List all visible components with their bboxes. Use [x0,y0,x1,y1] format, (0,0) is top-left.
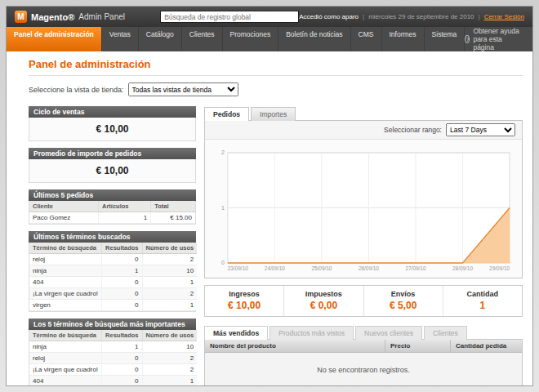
last-orders-panel: Últimos 5 pedidos Cliente Artículos Tota… [29,189,196,225]
column-header: Total [151,201,195,212]
total-value: € 0,00 [284,300,363,311]
grid-header-row: Nombre del producto Precio Cantidad pedi… [205,340,522,353]
lifetime-sales-panel: Ciclo de ventas € 10,00 [29,106,196,141]
tab-amounts[interactable]: Importes [251,107,296,121]
table-row: ninja 1 10 [29,341,197,353]
panel-title: Últimos 5 pedidos [29,189,196,201]
total-tax: Impuestos € 0,00 [283,286,363,316]
svg-text:23/09/10: 23/09/10 [228,265,248,271]
svg-text:1: 1 [221,205,225,211]
user-info: Accedió como aparo | miércoles 29 de sep… [299,13,524,20]
search-term[interactable]: ninja [29,265,102,277]
nav-item-catalog[interactable]: Catálogo [139,27,182,51]
range-select[interactable]: Last 7 Days [446,123,515,136]
last-search-terms-table: Término de búsqueda Resultados Número de… [29,243,196,312]
column-header: Artículos [99,201,151,212]
nav-item-customers[interactable]: Clientes [182,27,223,51]
last-orders-table: Cliente Artículos Total Paco Gomez 1 [29,201,196,225]
page-title: Panel de administración [29,58,523,70]
svg-text:2: 2 [221,149,225,155]
total-quantity: Cantidad 1 [443,286,522,316]
table-header-row: Cliente Artículos Total [29,201,195,212]
global-search-input[interactable] [160,11,299,23]
logout-link[interactable]: Cerrar Sesión [484,13,524,20]
top-search-terms-table: Término de búsqueda Resultados Número de… [29,330,196,385]
column-header-price: Precio [385,340,450,352]
tab-most-viewed[interactable]: Productos más vistos [270,326,354,340]
results-cell: 0 [102,254,142,265]
totals-bar: Ingresos € 10,00 Impuestos € 0,00 Envíos… [204,285,523,317]
table-row[interactable]: Paco Gomez 1 € 15.00 [29,212,195,224]
brand-name: Magento® [31,12,74,22]
total-revenue: Ingresos € 10,00 [205,286,283,316]
column-header-product: Nombre del producto [205,340,385,352]
search-term[interactable]: reloj [29,254,102,265]
header: M Magento® Admin Panel Accedió como apar… [7,7,532,27]
separator: | [479,13,480,20]
chart-tabs: Pedidos Importes [204,106,523,121]
svg-text:28/09/10: 28/09/10 [452,265,473,271]
nav-item-promotions[interactable]: Promociones [223,27,279,51]
search-term[interactable]: ¡La virgen que cuadro! [29,364,102,376]
column-header-qty: Cantidad pedida [450,340,522,352]
main-nav: Panel de administración Ventas Catálogo … [7,27,532,51]
tab-new-customers[interactable]: Nuevos clientes [355,326,422,340]
orders-chart: 01223/09/1024/09/1025/09/1026/09/1027/09… [212,145,515,275]
tab-orders[interactable]: Pedidos [204,107,249,121]
uses-cell: 2 [142,254,197,265]
total-label: Envíos [364,290,443,298]
average-orders-panel: Promedio de importe de pedidos € 10,00 [29,148,196,183]
lifetime-sales-value: € 10,00 [29,118,196,141]
tab-bestsellers[interactable]: Más vendidos [204,326,268,340]
total-cell: € 15.00 [151,212,195,224]
store-switcher-label: Seleccione la vista de tienda: [29,86,124,94]
svg-text:27/09/10: 27/09/10 [405,265,425,271]
customer-name[interactable]: Paco Gomez [29,212,99,224]
nav-item-cms[interactable]: CMS [351,27,382,51]
table-row: 404 0 1 [29,277,197,288]
page-frame: M Magento® Admin Panel Accedió como apar… [0,0,539,392]
uses-cell: 1 [142,376,197,386]
brand: M Magento® Admin Panel [15,11,160,23]
content: Panel de administración Seleccione la vi… [7,51,532,385]
search-term[interactable]: reloj [29,353,102,364]
products-grid: Nombre del producto Precio Cantidad pedi… [204,340,523,385]
nav-item-dashboard[interactable]: Panel de administración [7,27,102,51]
total-value: € 10,00 [205,300,283,311]
nav-item-reports[interactable]: Informes [382,27,425,51]
column-header: Término de búsqueda [29,330,102,341]
search-term[interactable]: ninja [29,341,102,353]
column-header: Resultados [102,330,142,341]
total-label: Impuestos [284,290,363,298]
dashboard-left-column: Ciclo de ventas € 10,00 Promedio de impo… [29,106,196,385]
total-shipping: Envíos € 5,00 [363,286,443,316]
total-label: Cantidad [443,290,522,298]
svg-text:26/09/10: 26/09/10 [359,265,379,271]
search-term[interactable]: ¡La virgen que cuadro! [29,288,102,300]
uses-cell: 2 [142,353,197,364]
search-term[interactable]: 404 [29,376,102,386]
empty-records-message: No se encontraron registros. [205,353,522,385]
nav-item-newsletter[interactable]: Boletín de noticias [278,27,350,51]
search-term[interactable]: virgen [29,300,102,311]
table-row: reloj 0 2 [29,254,197,265]
results-cell: 1 [102,341,142,353]
panel-title: Los 5 términos de búsqueda más important… [29,318,196,330]
tab-customers[interactable]: Clientes [424,326,467,340]
table-row: virgen 0 1 [29,300,197,311]
page-help-link[interactable]: ? Obtener ayuda para esta página [465,27,532,51]
panel-title: Promedio de importe de pedidos [29,148,196,159]
column-header: Cliente [29,201,99,212]
magento-logo-icon: M [15,11,27,23]
nav-item-sales[interactable]: Ventas [102,27,139,51]
svg-text:25/09/10: 25/09/10 [311,265,332,271]
search-term[interactable]: 404 [29,277,102,288]
divider [29,75,523,76]
column-header: Resultados [102,243,142,254]
chart-area: 01223/09/1024/09/1025/09/1026/09/1027/09… [205,140,522,278]
chart-panel: Seleccionar rango: Last 7 Days 01223/09/… [204,121,523,278]
separator: | [363,13,364,20]
global-search [160,11,299,23]
nav-item-system[interactable]: Sistema [425,27,466,51]
store-view-select[interactable]: Todas las vistas de tienda [128,82,238,96]
